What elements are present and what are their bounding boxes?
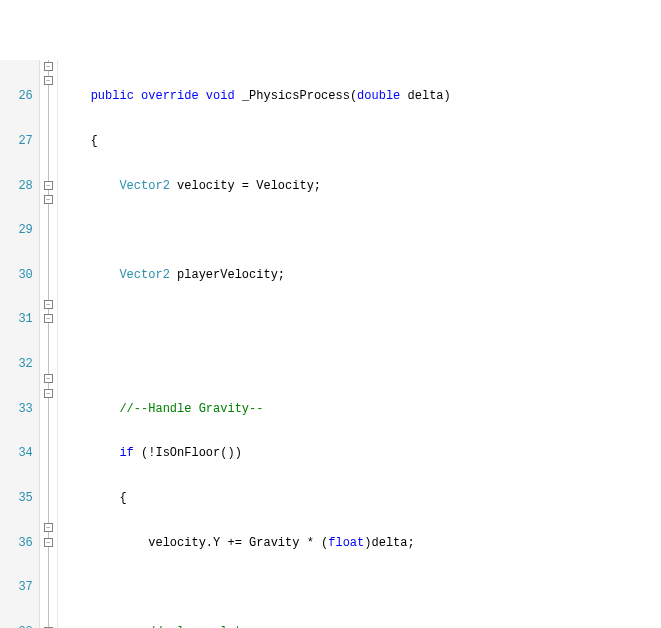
code-line[interactable]: public override void _PhysicsProcess(dou…	[62, 89, 559, 104]
fold-toggle-icon[interactable]: −	[44, 181, 53, 190]
code-line[interactable]: {	[62, 134, 559, 149]
line-number: 26	[4, 89, 33, 104]
code-line[interactable]: if (!IsOnFloor())	[62, 446, 559, 461]
line-number: 31	[4, 312, 33, 327]
code-line[interactable]	[62, 312, 559, 327]
line-number: 35	[4, 491, 33, 506]
line-number: 34	[4, 446, 33, 461]
line-number: 33	[4, 402, 33, 417]
code-line[interactable]: //--Handle Gravity--	[62, 402, 559, 417]
code-line[interactable]: Vector2 velocity = Velocity;	[62, 179, 559, 194]
fold-toggle-icon[interactable]: −	[44, 538, 53, 547]
code-area[interactable]: public override void _PhysicsProcess(dou…	[58, 60, 559, 629]
fold-toggle-icon[interactable]: −	[44, 195, 53, 204]
code-line[interactable]	[62, 223, 559, 238]
line-number: 28	[4, 179, 33, 194]
line-number: 30	[4, 268, 33, 283]
line-number: 29	[4, 223, 33, 238]
line-number-gutter: 26 27 28 29 30 31 32 33 34 35 36 37 38 3…	[0, 60, 40, 629]
line-number: 36	[4, 536, 33, 551]
code-line[interactable]	[62, 357, 559, 372]
code-line[interactable]: {	[62, 491, 559, 506]
fold-gutter: −−−−−−−−−−−−	[40, 60, 58, 629]
fold-toggle-icon[interactable]: −	[44, 374, 53, 383]
line-number: 37	[4, 580, 33, 595]
code-line[interactable]	[62, 580, 559, 595]
code-line[interactable]: Vector2 playerVelocity;	[62, 268, 559, 283]
line-number: 27	[4, 134, 33, 149]
fold-toggle-icon[interactable]: −	[44, 523, 53, 532]
fold-toggle-icon[interactable]: −	[44, 314, 53, 323]
fold-toggle-icon[interactable]: −	[44, 76, 53, 85]
fold-toggle-icon[interactable]: −	[44, 389, 53, 398]
code-editor: 26 27 28 29 30 31 32 33 34 35 36 37 38 3…	[0, 60, 661, 629]
fold-toggle-icon[interactable]: −	[44, 300, 53, 309]
code-line[interactable]: velocity.Y += Gravity * (float)delta;	[62, 536, 559, 551]
fold-toggle-icon[interactable]: −	[44, 62, 53, 71]
line-number: 32	[4, 357, 33, 372]
